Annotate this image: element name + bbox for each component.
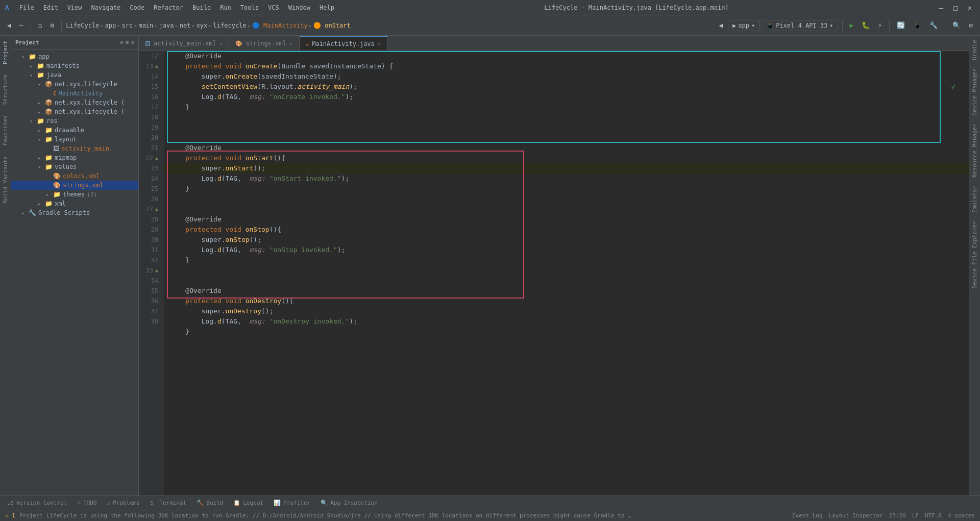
code-line-26[interactable]	[164, 194, 969, 204]
tree-item-layout[interactable]: ▾ 📁 layout	[11, 135, 138, 144]
settings-gear-button[interactable]: ⚙	[966, 19, 976, 31]
menu-code[interactable]: Code	[127, 3, 147, 12]
home-button[interactable]: ⌂	[35, 19, 45, 31]
close-button[interactable]: ✕	[965, 4, 975, 12]
device-file-explorer-tab[interactable]: Device File Explorer	[969, 217, 980, 292]
tree-item-java[interactable]: ▾ 📁 java	[11, 70, 138, 80]
gradle-right-tab[interactable]: Gradle	[969, 36, 980, 64]
event-log[interactable]: Event Log	[792, 512, 823, 519]
code-line-31[interactable]: Log.d(TAG, msg: "onStop invoked.");	[164, 245, 969, 255]
breadcrumb-main[interactable]: main	[138, 22, 153, 29]
encoding[interactable]: UTF-8	[925, 512, 942, 519]
code-line-27[interactable]	[164, 204, 969, 214]
tree-item-res[interactable]: ▾ 📁 res	[11, 116, 138, 126]
device-manager-tab[interactable]: Device Manager	[969, 64, 980, 120]
code-line-37[interactable]: super.onDestroy();	[164, 306, 969, 316]
code-line-33[interactable]	[164, 265, 969, 276]
tree-item-activity-main[interactable]: 🖼 activity_main.	[11, 144, 138, 153]
code-line-17[interactable]: }	[164, 102, 969, 112]
tree-item-gradle[interactable]: ▸ 🔧 Gradle Scripts	[11, 208, 138, 217]
bottom-tab-problems[interactable]: ⚠ Problems	[102, 497, 145, 510]
menu-navigate[interactable]: Navigate	[89, 3, 124, 12]
code-line-12[interactable]: @Override	[164, 51, 969, 61]
sdk-button[interactable]: 🔧	[926, 19, 941, 31]
bottom-tab-appinspection[interactable]: 🔍 App Inspection	[315, 497, 383, 510]
tab-mainactivity[interactable]: ☕ MainActivity.java ✕	[300, 36, 388, 51]
code-line-20[interactable]	[164, 133, 969, 143]
tab-activity-main[interactable]: 🖼 activity_main.xml ✕	[139, 36, 229, 51]
minimize-button[interactable]: —	[936, 4, 946, 12]
breadcrumb-lifecycle2[interactable]: lifecycle	[213, 22, 247, 29]
menu-refactor[interactable]: Refactor	[151, 3, 186, 12]
tree-item-net-test2[interactable]: ▸ 📦 net.xyx.lifecycle (	[11, 107, 138, 116]
project-tab[interactable]: Project	[1, 36, 10, 69]
code-line-25[interactable]: }	[164, 184, 969, 194]
run-button[interactable]: ▶	[847, 19, 857, 31]
menu-view[interactable]: View	[65, 3, 85, 12]
code-line-42[interactable]	[164, 357, 969, 367]
layout-inspector[interactable]: Layout Inspector	[829, 512, 883, 519]
structure-tab[interactable]: Structure	[1, 69, 10, 110]
tree-item-net-lifecycle[interactable]: ▾ 📦 net.xyx.lifecycle	[11, 80, 138, 89]
code-line-14[interactable]: super.onCreate(savedInstanceState);	[164, 71, 969, 82]
menu-vcs[interactable]: VCS	[265, 3, 282, 12]
bottom-tab-build[interactable]: 🔨 Build	[191, 497, 228, 510]
code-line-36[interactable]: protected void onDestroy(){	[164, 296, 969, 306]
code-line-30[interactable]: super.onStop();	[164, 235, 969, 245]
tree-item-app[interactable]: ▾ 📁 app	[11, 52, 138, 61]
emulator-tab[interactable]: Emulator	[969, 182, 980, 217]
code-line-23[interactable]: super.onStart();	[164, 163, 969, 173]
code-line-19[interactable]	[164, 122, 969, 133]
bottom-tab-logcat[interactable]: 📋 Logcat	[228, 497, 268, 510]
tree-item-drawable[interactable]: ▸ 📁 drawable	[11, 126, 138, 135]
code-line-21[interactable]: @Override	[164, 143, 969, 153]
code-line-34[interactable]	[164, 276, 969, 286]
menu-file[interactable]: File	[17, 3, 37, 12]
code-line-35[interactable]: @Override	[164, 286, 969, 296]
menu-edit[interactable]: Edit	[41, 3, 61, 12]
run-debug-back[interactable]: ◀	[716, 19, 726, 31]
menu-help[interactable]: Help	[317, 3, 337, 12]
tab-close-activity-main[interactable]: ✕	[219, 40, 223, 47]
tab-close-mainactivity[interactable]: ✕	[378, 41, 381, 47]
code-content[interactable]: @Override protected void onCreate(Bundle…	[164, 51, 969, 495]
tree-item-net-test1[interactable]: ▸ 📦 net.xyx.lifecycle (	[11, 98, 138, 107]
avd-button[interactable]: 📱	[910, 19, 924, 31]
forward-button[interactable]: ⋯	[16, 19, 27, 31]
menu-tools[interactable]: Tools	[238, 3, 261, 12]
code-line-24[interactable]: Log.d(TAG, msg: "onStart invoked.");	[164, 173, 969, 184]
code-line-39[interactable]: }	[164, 327, 969, 337]
code-line-38[interactable]: Log.d(TAG, msg: "onDestroy invoked.");	[164, 316, 969, 327]
tree-item-mipmap[interactable]: ▸ 📁 mipmap	[11, 153, 138, 162]
code-line-41[interactable]	[164, 347, 969, 357]
profile-button[interactable]: ⚡	[875, 19, 885, 31]
tab-close-strings[interactable]: ✕	[289, 40, 293, 47]
code-line-13[interactable]: protected void onCreate(Bundle savedInst…	[164, 61, 969, 71]
code-line-32[interactable]: }	[164, 255, 969, 265]
indent[interactable]: 4 spaces	[948, 512, 975, 519]
menu-window[interactable]: Window	[286, 3, 313, 12]
favorites-tab[interactable]: Favorites	[1, 110, 10, 151]
tab-strings[interactable]: 🎨 strings.xml ✕	[229, 36, 299, 51]
project-settings-icon[interactable]: ⚙	[131, 39, 134, 46]
breadcrumb-app[interactable]: app	[105, 22, 116, 29]
project-icon-2[interactable]: ≡	[126, 39, 129, 46]
breadcrumb-src[interactable]: src	[122, 22, 133, 29]
build-variants-tab[interactable]: Build Variants	[1, 151, 10, 209]
search-button[interactable]: 🔍	[949, 19, 964, 31]
settings-button[interactable]: ⚙	[47, 19, 57, 31]
code-line-18[interactable]	[164, 112, 969, 122]
code-line-40[interactable]	[164, 337, 969, 347]
tree-item-strings[interactable]: 🎨 strings.xml	[11, 181, 138, 190]
bottom-tab-profiler[interactable]: 📊 Profiler	[268, 497, 315, 510]
sync-button[interactable]: 🔄	[894, 19, 908, 31]
code-line-22[interactable]: protected void onStart(){	[164, 153, 969, 163]
menu-run[interactable]: Run	[217, 3, 234, 12]
code-line-15[interactable]: setContentView(R.layout.activity_main);	[164, 82, 969, 92]
menu-build[interactable]: Build	[190, 3, 213, 12]
bottom-tab-todo[interactable]: ≡ TODO	[72, 497, 102, 510]
bottom-tab-vcs[interactable]: ⎇ Version Control	[2, 497, 72, 510]
tree-item-mainactivity[interactable]: C MainActivity	[11, 89, 138, 98]
maximize-button[interactable]: □	[950, 4, 961, 12]
breadcrumb-lifecycle[interactable]: LifeCycle	[66, 22, 99, 29]
